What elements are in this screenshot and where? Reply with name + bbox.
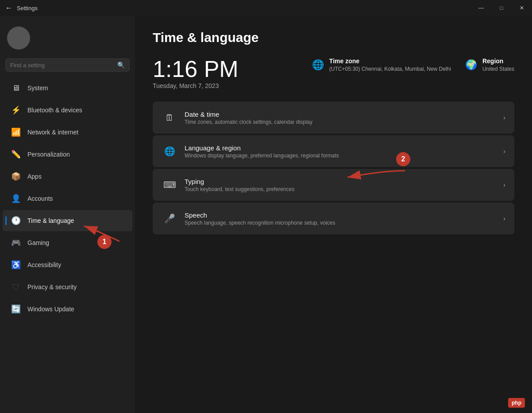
sidebar-label-privacy: Privacy & security	[27, 283, 77, 291]
annotation-badge-1: 1	[97, 235, 112, 249]
sidebar-item-system[interactable]: 🖥 System	[3, 77, 132, 99]
sidebar-item-apps[interactable]: 📦 Apps	[3, 166, 132, 187]
time-language-icon: 🕐	[10, 214, 22, 227]
search-icon: 🔍	[117, 61, 125, 69]
sidebar-item-network[interactable]: 📶 Network & internet	[3, 122, 132, 143]
sidebar-item-privacy[interactable]: 🛡 Privacy & security	[3, 276, 132, 298]
current-time: 1:16 PM	[153, 57, 312, 80]
search-input[interactable]	[10, 62, 117, 69]
sidebar-label-gaming: Gaming	[27, 239, 49, 246]
sidebar-label-windows-update: Windows Update	[27, 306, 74, 313]
sidebar-item-time-language[interactable]: 🕐 Time & language	[3, 210, 132, 231]
language-region-icon: 🌐	[162, 143, 177, 159]
current-date: Tuesday, March 7, 2023	[153, 82, 312, 89]
region-value: United States	[482, 66, 514, 72]
maximize-button[interactable]: □	[491, 0, 512, 16]
back-button[interactable]: ←	[5, 4, 12, 12]
app-title: Settings	[17, 5, 38, 11]
card-title-language-region: Language & region	[185, 144, 503, 152]
card-typing[interactable]: ⌨ Typing Touch keyboard, text suggestion…	[153, 169, 514, 201]
main-content: Time & language 1:16 PM Tuesday, March 7…	[135, 16, 532, 413]
close-button[interactable]: ✕	[512, 0, 532, 16]
card-date-time[interactable]: 🗓 Date & time Time zones, automatic cloc…	[153, 102, 514, 134]
card-language-region[interactable]: 🌐 Language & region Windows display lang…	[153, 135, 514, 167]
date-time-icon: 🗓	[162, 110, 177, 126]
sidebar-item-gaming[interactable]: 🎮 Gaming	[3, 232, 132, 253]
card-subtitle-date-time: Time zones, automatic clock settings, ca…	[185, 119, 503, 125]
accounts-icon: 👤	[10, 192, 22, 205]
time-info-right: 🌐 Time zone (UTC+05:30) Chennai, Kolkata…	[312, 57, 514, 73]
accessibility-icon: ♿	[10, 259, 22, 271]
sidebar: 🔍 🖥 System ⚡ Bluetooth & devices 📶 Netwo…	[0, 16, 135, 413]
region-icon: 🌍	[465, 59, 477, 71]
typing-icon: ⌨	[162, 177, 177, 193]
system-icon: 🖥	[10, 82, 22, 94]
timezone-block: 🌐 Time zone (UTC+05:30) Chennai, Kolkata…	[312, 57, 451, 73]
card-text-date-time: Date & time Time zones, automatic clock …	[185, 111, 503, 125]
region-block: 🌍 Region United States	[465, 57, 514, 73]
watermark: php	[508, 398, 525, 408]
card-title-date-time: Date & time	[185, 111, 503, 118]
card-text-typing: Typing Touch keyboard, text suggestions,…	[185, 178, 503, 192]
sidebar-label-system: System	[27, 84, 48, 92]
sidebar-label-network: Network & internet	[27, 129, 78, 136]
annotation-badge-2: 2	[396, 152, 410, 166]
card-text-speech: Speech Speech language, speech recogniti…	[185, 211, 503, 226]
sidebar-item-windows-update[interactable]: 🔄 Windows Update	[3, 298, 132, 320]
sidebar-label-accounts: Accounts	[27, 195, 53, 202]
app-body: 🔍 🖥 System ⚡ Bluetooth & devices 📶 Netwo…	[0, 16, 532, 413]
region-label: Region	[482, 57, 514, 65]
privacy-icon: 🛡	[10, 281, 22, 293]
time-display: 1:16 PM Tuesday, March 7, 2023	[153, 57, 312, 89]
window-controls: — □ ✕	[471, 0, 532, 16]
speech-icon: 🎤	[162, 210, 177, 226]
timezone-text: Time zone (UTC+05:30) Chennai, Kolkata, …	[329, 57, 451, 73]
sidebar-item-personalization[interactable]: ✏️ Personalization	[3, 144, 132, 165]
sidebar-item-accessibility[interactable]: ♿ Accessibility	[3, 254, 132, 275]
chevron-icon-date-time: ›	[503, 114, 505, 121]
sidebar-label-bluetooth: Bluetooth & devices	[27, 107, 82, 114]
titlebar: ← Settings — □ ✕	[0, 0, 532, 16]
windows-update-icon: 🔄	[10, 303, 22, 315]
personalization-icon: ✏️	[10, 148, 22, 161]
gaming-icon: 🎮	[10, 237, 22, 249]
sidebar-label-personalization: Personalization	[27, 151, 70, 158]
network-icon: 📶	[10, 126, 22, 138]
watermark-badge: php	[508, 398, 525, 408]
avatar	[7, 27, 30, 50]
region-text: Region United States	[482, 57, 514, 73]
sidebar-item-bluetooth[interactable]: ⚡ Bluetooth & devices	[3, 99, 132, 121]
chevron-icon-speech: ›	[503, 215, 505, 222]
timezone-label: Time zone	[329, 57, 451, 65]
chevron-icon-language-region: ›	[503, 148, 505, 155]
chevron-icon-typing: ›	[503, 181, 505, 188]
timezone-value: (UTC+05:30) Chennai, Kolkata, Mumbai, Ne…	[329, 66, 451, 72]
card-subtitle-language-region: Windows display language, preferred lang…	[185, 153, 503, 159]
apps-icon: 📦	[10, 170, 22, 183]
sidebar-label-time-language: Time & language	[27, 217, 74, 224]
profile-section	[0, 19, 135, 58]
card-speech[interactable]: 🎤 Speech Speech language, speech recogni…	[153, 203, 514, 234]
card-subtitle-typing: Touch keyboard, text suggestions, prefer…	[185, 186, 503, 192]
minimize-button[interactable]: —	[471, 0, 491, 16]
search-box[interactable]: 🔍	[5, 58, 130, 72]
timezone-icon: 🌐	[312, 59, 324, 71]
page-title: Time & language	[153, 30, 514, 45]
sidebar-label-apps: Apps	[27, 173, 42, 180]
bluetooth-icon: ⚡	[10, 104, 22, 116]
card-title-typing: Typing	[185, 178, 503, 185]
card-subtitle-speech: Speech language, speech recognition micr…	[185, 220, 503, 226]
time-header: 1:16 PM Tuesday, March 7, 2023 🌐 Time zo…	[153, 57, 514, 89]
back-icon: ←	[5, 4, 12, 12]
card-text-language-region: Language & region Windows display langua…	[185, 144, 503, 159]
sidebar-label-accessibility: Accessibility	[27, 261, 61, 268]
sidebar-item-accounts[interactable]: 👤 Accounts	[3, 188, 132, 209]
card-title-speech: Speech	[185, 211, 503, 219]
